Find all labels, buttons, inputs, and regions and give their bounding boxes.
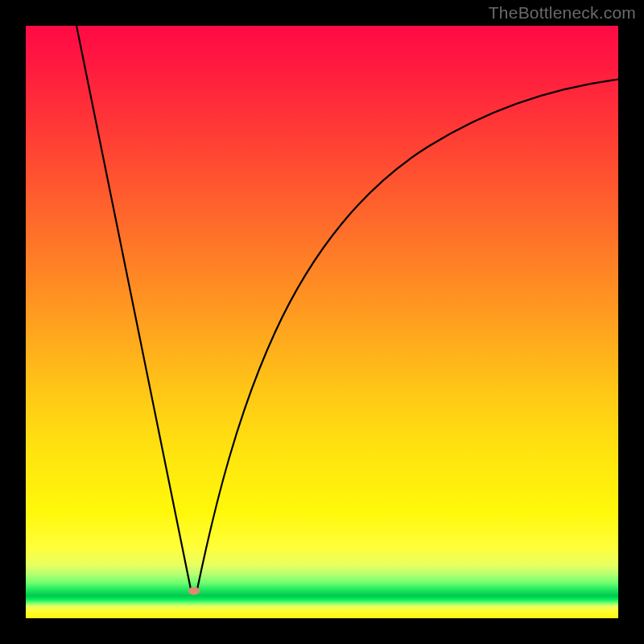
minimum-marker [188,587,200,595]
curve-right-branch [197,79,618,589]
attribution-label: TheBottleneck.com [489,3,636,23]
plot-area [26,26,618,618]
curve-left-branch [75,26,191,589]
chart-frame: TheBottleneck.com [0,0,644,644]
curve-layer [26,26,618,618]
